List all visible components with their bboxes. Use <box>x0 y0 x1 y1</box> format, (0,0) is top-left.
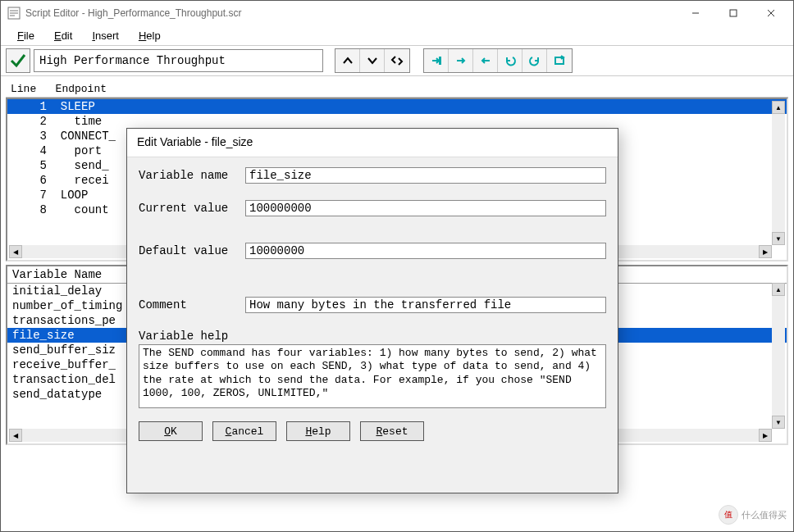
undo-button[interactable] <box>498 49 522 72</box>
default-value-label: Default value <box>139 244 245 257</box>
variable-name-input[interactable] <box>245 167 606 184</box>
step-back-button[interactable] <box>473 49 498 72</box>
watermark: 值 什么值得买 <box>719 505 787 525</box>
dialog-buttons: OK Cancel Help Reset <box>139 421 606 441</box>
script-header: Line Endpoint <box>6 80 788 97</box>
comment-label: Comment <box>139 298 245 311</box>
menu-edit[interactable]: Edit <box>44 27 82 44</box>
watermark-icon: 值 <box>719 505 738 525</box>
app-icon <box>7 7 21 20</box>
step-forward-button[interactable] <box>449 49 473 72</box>
menu-insert[interactable]: Insert <box>82 27 129 44</box>
verify-button[interactable] <box>6 48 30 73</box>
menu-file[interactable]: File <box>7 27 44 44</box>
scroll-right-icon[interactable]: ▶ <box>759 245 772 258</box>
step-group <box>423 48 573 73</box>
maximize-button[interactable] <box>714 2 752 25</box>
current-value-input[interactable] <box>245 200 606 216</box>
scroll-up-icon[interactable]: ▲ <box>772 101 785 114</box>
window-controls <box>677 2 790 25</box>
script-line[interactable]: 2 time <box>7 114 787 129</box>
menubar: File Edit Insert Help <box>1 25 793 45</box>
script-line[interactable]: 1 SLEEP <box>7 99 787 114</box>
comment-input[interactable] <box>245 297 606 313</box>
menu-help[interactable]: Help <box>129 27 171 44</box>
svg-rect-2 <box>439 57 441 65</box>
cancel-button[interactable]: Cancel <box>212 421 276 441</box>
close-button[interactable] <box>752 2 790 25</box>
variable-name-label: Variable name <box>139 169 245 182</box>
script-scrollbar-vertical[interactable]: ▲ ▼ <box>772 101 785 245</box>
titlebar: Script Editor - High_Performance_Through… <box>1 1 793 25</box>
scroll-left-icon[interactable]: ◀ <box>9 429 22 442</box>
scroll-up-icon[interactable]: ▲ <box>772 283 785 296</box>
edit-variable-dialog: Edit Variable - file_size Variable name … <box>126 128 618 493</box>
loop-button[interactable] <box>547 49 572 72</box>
nav-group <box>335 48 410 73</box>
help-button[interactable]: Help <box>286 421 350 441</box>
redo-button[interactable] <box>522 49 547 72</box>
dialog-title: Edit Variable - file_size <box>127 129 618 157</box>
scroll-right-icon[interactable]: ▶ <box>759 429 772 442</box>
move-up-button[interactable] <box>335 49 360 72</box>
variable-help-label: Variable help <box>139 330 606 343</box>
ok-button[interactable]: OK <box>139 421 203 441</box>
minimize-button[interactable] <box>677 2 714 25</box>
scroll-down-icon[interactable]: ▼ <box>772 416 785 429</box>
svg-rect-1 <box>730 10 737 16</box>
scroll-left-icon[interactable]: ◀ <box>9 245 22 258</box>
script-name-input[interactable] <box>34 49 323 72</box>
move-down-button[interactable] <box>360 49 385 72</box>
dialog-body: Variable name Current value Default valu… <box>127 157 618 451</box>
reset-button[interactable]: Reset <box>360 421 424 441</box>
swap-button[interactable] <box>385 49 409 72</box>
current-value-label: Current value <box>139 202 245 215</box>
window-title: Script Editor - High_Performance_Through… <box>25 7 677 19</box>
step-into-button[interactable] <box>424 49 449 72</box>
scroll-down-icon[interactable]: ▼ <box>772 232 785 245</box>
var-scrollbar-vertical[interactable]: ▲ ▼ <box>772 283 785 429</box>
toolbar <box>1 46 793 75</box>
variable-help-box[interactable]: The SEND command has four variables: 1) … <box>139 344 606 408</box>
default-value-input[interactable] <box>245 243 606 259</box>
main-window: Script Editor - High_Performance_Through… <box>0 0 794 532</box>
